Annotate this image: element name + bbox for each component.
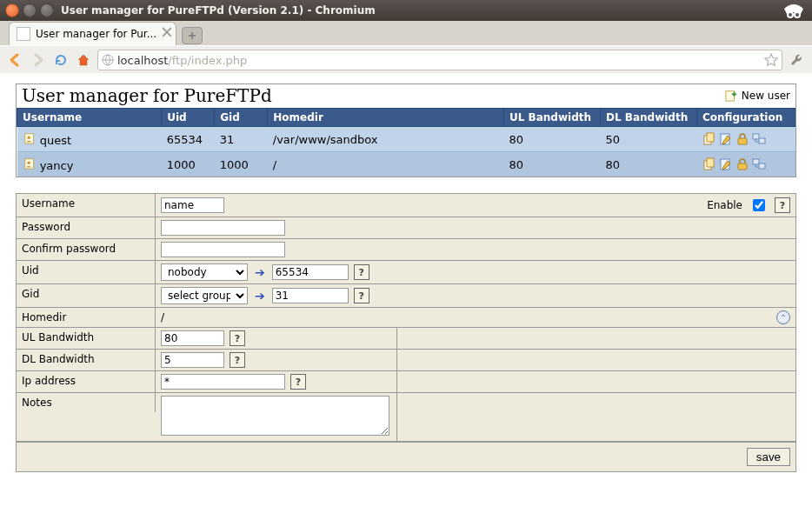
svg-rect-13	[759, 138, 765, 143]
new-tab-button[interactable]	[182, 27, 203, 44]
help-icon[interactable]: ?	[290, 374, 306, 390]
uid-select[interactable]: nobody	[161, 263, 248, 281]
svg-point-7	[27, 136, 30, 139]
copy-icon[interactable]	[702, 157, 716, 171]
help-icon[interactable]: ?	[354, 288, 369, 303]
users-table: Username Uid Gid Homedir UL Bandwidth DL…	[17, 108, 795, 177]
svg-rect-9	[707, 133, 714, 142]
col-dl: DL Bandwidth	[601, 109, 697, 127]
lock-icon[interactable]	[735, 132, 749, 146]
tab-title: User manager for Pur...	[36, 28, 156, 40]
cell-uid: 1000	[162, 152, 215, 177]
copy-icon[interactable]	[702, 132, 716, 146]
gid-input[interactable]	[272, 288, 349, 303]
enable-checkbox[interactable]	[753, 199, 765, 211]
user-icon	[23, 131, 37, 145]
help-icon[interactable]: ?	[775, 197, 790, 213]
window-minimize-button[interactable]	[23, 3, 37, 17]
ul-bandwidth-input[interactable]	[161, 330, 224, 346]
svg-rect-12	[753, 134, 759, 139]
password-input[interactable]	[161, 220, 285, 236]
gid-select[interactable]: select group	[161, 287, 248, 304]
window-title: User manager for PureFTPd (Version 2.1) …	[61, 4, 376, 17]
cell-ul: 80	[504, 152, 601, 177]
edit-icon[interactable]	[719, 157, 733, 171]
help-icon[interactable]: ?	[354, 264, 369, 280]
user-form: Username Enable ? Password Confirm passw…	[16, 193, 796, 472]
cell-homedir: /	[268, 152, 504, 177]
new-user-icon	[724, 89, 738, 103]
lock-icon[interactable]	[735, 157, 749, 171]
bookmark-star-icon[interactable]	[764, 53, 778, 67]
svg-rect-20	[753, 159, 759, 164]
window-close-button[interactable]	[5, 3, 19, 17]
ip-input[interactable]	[161, 374, 285, 390]
cell-dl: 50	[601, 127, 697, 152]
page-content: User manager for PureFTPd New user Usern…	[0, 73, 812, 520]
cell-gid: 1000	[215, 152, 268, 177]
col-config: Configuration	[697, 109, 795, 127]
svg-rect-19	[738, 163, 747, 170]
users-panel: User manager for PureFTPd New user Usern…	[16, 83, 796, 177]
label-uid: Uid	[17, 261, 156, 283]
dl-bandwidth-input[interactable]	[161, 352, 224, 368]
cell-username: yancy	[40, 159, 74, 172]
save-button[interactable]: save	[747, 448, 790, 466]
label-gid: Gid	[17, 284, 156, 307]
cell-dl: 80	[601, 152, 697, 177]
table-row: yancy10001000/8080	[17, 152, 795, 177]
tab-close-icon[interactable]	[162, 27, 172, 37]
label-enable: Enable	[707, 199, 742, 211]
incognito-icon	[781, 2, 807, 21]
back-button[interactable]	[7, 51, 24, 69]
browser-toolbar: localhost/ftp/index.php	[0, 45, 812, 75]
label-username: Username	[17, 194, 156, 217]
label-confirm: Confirm password	[17, 239, 156, 260]
svg-point-15	[27, 161, 30, 164]
label-password: Password	[17, 217, 156, 238]
uid-input[interactable]	[272, 264, 349, 280]
hosts-icon[interactable]	[752, 132, 766, 146]
window-maximize-button[interactable]	[40, 3, 54, 17]
reload-button[interactable]	[52, 51, 70, 69]
label-dl: DL Bandwidth	[17, 350, 156, 370]
tab-strip: User manager for Pur...	[0, 21, 812, 45]
arrow-right-icon: ➔	[255, 289, 265, 303]
hosts-icon[interactable]	[752, 157, 766, 171]
wrench-menu-button[interactable]	[788, 51, 805, 69]
svg-point-2	[789, 13, 792, 17]
new-user-link[interactable]: New user	[724, 89, 790, 103]
forward-button[interactable]	[30, 51, 47, 69]
edit-icon[interactable]	[719, 132, 733, 146]
col-uid: Uid	[162, 109, 215, 127]
site-icon	[102, 54, 114, 66]
expand-icon[interactable]: ⌃	[776, 310, 790, 324]
col-ul: UL Bandwidth	[504, 109, 601, 127]
confirm-password-input[interactable]	[161, 242, 285, 257]
label-ul: UL Bandwidth	[17, 328, 156, 349]
cell-gid: 31	[215, 127, 268, 152]
home-button[interactable]	[75, 51, 92, 69]
page-icon	[17, 27, 30, 41]
cell-uid: 65534	[162, 127, 215, 152]
col-homedir: Homedir	[268, 109, 504, 127]
help-icon[interactable]: ?	[230, 352, 245, 368]
svg-rect-11	[738, 138, 747, 144]
svg-rect-17	[707, 158, 714, 167]
col-gid: Gid	[215, 109, 268, 127]
cell-homedir: /var/www/sandbox	[268, 127, 504, 152]
homedir-value: /	[161, 311, 164, 323]
svg-rect-21	[759, 163, 765, 169]
svg-point-3	[795, 13, 799, 17]
col-username: Username	[17, 109, 162, 127]
notes-textarea[interactable]	[161, 396, 389, 436]
username-input[interactable]	[161, 197, 224, 213]
user-icon	[23, 157, 37, 170]
help-icon[interactable]: ?	[230, 330, 245, 346]
browser-tab[interactable]: User manager for Pur...	[9, 22, 176, 45]
url-text: localhost/ftp/index.php	[117, 54, 761, 67]
url-bar[interactable]: localhost/ftp/index.php	[97, 50, 782, 70]
arrow-right-icon: ➔	[255, 265, 265, 279]
label-ip: Ip address	[17, 371, 156, 392]
page-title: User manager for PureFTPd	[22, 85, 272, 106]
